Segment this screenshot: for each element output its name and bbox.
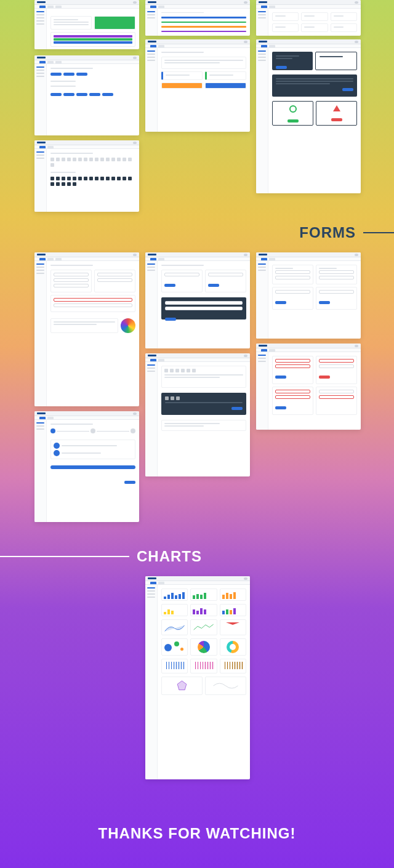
screenshot-buttons	[34, 55, 139, 135]
screenshot-components-2	[145, 0, 250, 36]
screenshot-icons	[34, 140, 139, 212]
footer-thanks: THANKS FOR WATCHING!	[0, 825, 394, 842]
screenshot-components-1	[34, 0, 139, 49]
screenshot-forms-groups	[256, 252, 361, 339]
screenshot-components-3	[256, 0, 361, 36]
screenshot-forms-layout	[34, 252, 139, 406]
forms-heading-label: FORMS	[299, 224, 356, 241]
forms-heading: FORMS	[299, 224, 394, 241]
charts-heading: CHARTS	[0, 548, 202, 565]
screenshot-cards	[145, 39, 250, 132]
screenshot-forms-wizard	[34, 411, 139, 522]
screenshot-modals	[256, 39, 361, 193]
screenshot-charts	[145, 576, 250, 779]
screenshot-forms-validation	[256, 344, 361, 430]
charts-heading-label: CHARTS	[137, 548, 202, 565]
svg-marker-0	[177, 681, 187, 690]
showcase-page: FORMS	[0, 0, 394, 868]
screenshot-forms-editor	[145, 353, 250, 476]
screenshot-forms-controls	[145, 252, 250, 348]
